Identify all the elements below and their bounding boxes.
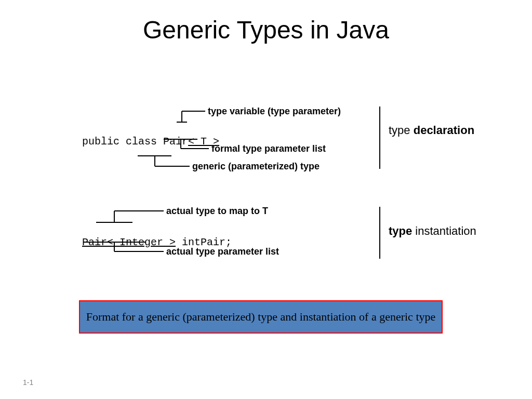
slide: Generic Types in Java public class Pair<… <box>0 0 532 399</box>
caption-box: Format for a generic (parameterized) typ… <box>79 300 443 334</box>
page-number: 1-1 <box>23 378 33 387</box>
inst-connectors <box>0 0 532 399</box>
caption-text: Format for a generic (parameterized) typ… <box>86 310 436 323</box>
